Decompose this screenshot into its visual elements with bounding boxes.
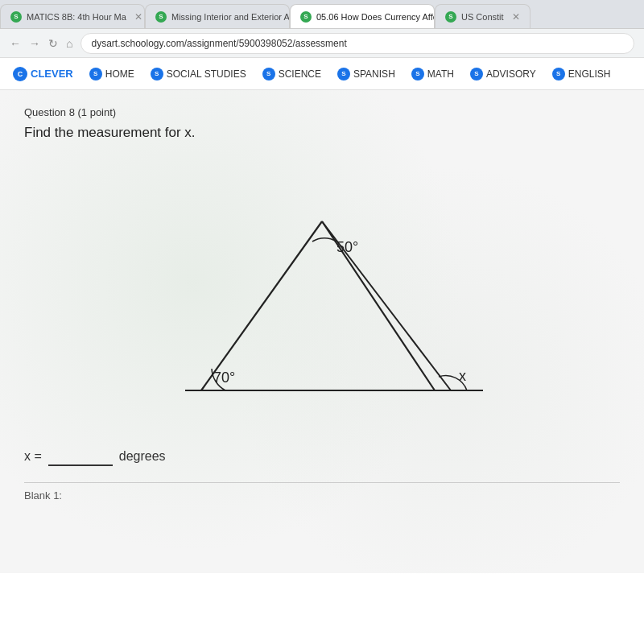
nav-item-math[interactable]: S MATH <box>405 64 460 84</box>
tab-icon-currency: S <box>300 11 312 23</box>
forward-icon[interactable]: → <box>29 37 40 50</box>
math-icon: S <box>411 68 424 80</box>
nav-label-math: MATH <box>427 68 454 80</box>
tab-currency[interactable]: S 05.06 How Does Currency Affec ✕ <box>290 4 435 28</box>
diagram-container: 50° 70° x <box>24 157 620 423</box>
nav-item-clever[interactable]: C CLEVER <box>6 64 80 85</box>
question-header: Question 8 (1 point) <box>24 106 620 118</box>
back-icon[interactable]: ← <box>10 37 21 50</box>
answer-row: x = degrees <box>24 447 620 466</box>
question-text: Find the measurement for x. <box>24 125 620 141</box>
science-icon: S <box>262 68 275 80</box>
advisory-icon: S <box>470 68 483 80</box>
english-icon: S <box>552 68 565 80</box>
tab-icon-constitution: S <box>445 11 456 23</box>
nav-item-spanish[interactable]: S SPANISH <box>331 64 402 84</box>
spanish-icon: S <box>337 68 350 80</box>
nav-label-social-studies: SOCIAL STUDIES <box>167 68 246 80</box>
nav-item-advisory[interactable]: S ADVISORY <box>464 64 543 84</box>
tab-constitution[interactable]: S US Constit ✕ <box>435 4 530 28</box>
tab-matics[interactable]: S MATICS 8B: 4th Hour Ma ✕ <box>0 4 145 28</box>
tab-label-missing: Missing Interior and Exterior Ang <box>171 12 290 22</box>
answer-blank[interactable] <box>48 447 113 466</box>
tab-missing[interactable]: S Missing Interior and Exterior Ang ✕ <box>145 4 290 28</box>
browser-tabs: S MATICS 8B: 4th Hour Ma ✕ S Missing Int… <box>0 0 644 29</box>
nav-label-clever: CLEVER <box>31 68 73 80</box>
triangle-diagram: 50° 70° x <box>137 157 507 423</box>
angle-top-label: 50° <box>336 239 358 255</box>
home-icon[interactable]: ⌂ <box>66 37 72 50</box>
social-studies-icon: S <box>151 68 163 80</box>
blank-label: Blank 1: <box>24 482 620 502</box>
nav-bar: C CLEVER S HOME S SOCIAL STUDIES S SCIEN… <box>0 58 644 90</box>
nav-label-spanish: SPANISH <box>353 68 395 80</box>
address-bar: ← → ↻ ⌂ <box>0 29 644 58</box>
angle-bottom-left-label: 70° <box>213 369 235 386</box>
angle-x-label: x <box>459 368 466 384</box>
refresh-icon[interactable]: ↻ <box>48 37 58 50</box>
nav-label-science: SCIENCE <box>279 68 321 80</box>
nav-label-advisory: ADVISORY <box>486 68 536 80</box>
tab-label-matics: MATICS 8B: 4th Hour Ma <box>27 12 126 22</box>
tab-close-constitution[interactable]: ✕ <box>512 11 520 23</box>
nav-item-social-studies[interactable]: S SOCIAL STUDIES <box>144 64 253 84</box>
nav-item-home[interactable]: S HOME <box>83 64 141 84</box>
svg-rect-0 <box>137 157 507 423</box>
answer-unit: degrees <box>119 449 166 464</box>
tab-icon-missing: S <box>155 11 167 23</box>
nav-label-english: ENGLISH <box>568 68 611 80</box>
tab-label-currency: 05.06 How Does Currency Affec <box>316 12 435 22</box>
main-content: Question 8 (1 point) Find the measuremen… <box>0 90 644 573</box>
home-nav-icon: S <box>89 68 102 80</box>
tab-label-constitution: US Constit <box>461 12 504 22</box>
answer-label: x = <box>24 449 42 464</box>
clever-icon: C <box>13 67 27 81</box>
nav-item-english[interactable]: S ENGLISH <box>546 64 617 84</box>
nav-label-home: HOME <box>105 68 134 80</box>
url-input[interactable] <box>80 33 634 54</box>
tab-icon-matics: S <box>10 11 22 23</box>
tab-close-matics[interactable]: ✕ <box>134 11 142 23</box>
nav-item-science[interactable]: S SCIENCE <box>256 64 328 84</box>
